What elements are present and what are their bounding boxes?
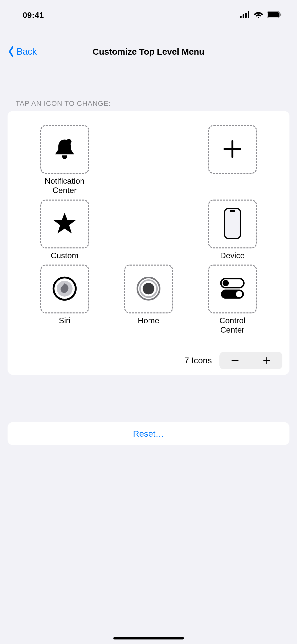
chevron-left-icon xyxy=(7,46,15,57)
back-label: Back xyxy=(17,46,37,57)
stepper-minus-button[interactable] xyxy=(219,352,251,369)
minus-icon xyxy=(231,357,239,365)
slot-notification-center[interactable]: Notification Center xyxy=(40,125,90,195)
svg-point-23 xyxy=(236,291,242,297)
svg-point-8 xyxy=(66,139,72,144)
reset-button[interactable]: Reset… xyxy=(8,422,289,445)
slot-control-center[interactable]: Control Center xyxy=(207,265,258,335)
svg-point-21 xyxy=(223,280,229,286)
svg-marker-11 xyxy=(53,213,76,234)
svg-point-4 xyxy=(258,17,259,18)
star-icon xyxy=(51,210,78,238)
home-indicator[interactable] xyxy=(113,637,184,639)
slot-custom[interactable]: Custom xyxy=(40,200,90,260)
icon-grid: Notification Center xyxy=(8,125,289,346)
svg-rect-14 xyxy=(230,210,235,212)
slot-label: Siri xyxy=(59,316,70,325)
bell-icon xyxy=(51,136,78,163)
svg-rect-1 xyxy=(243,14,244,18)
section-header: TAP AN ICON TO CHANGE: xyxy=(16,100,111,108)
svg-rect-3 xyxy=(248,11,249,18)
home-button-icon xyxy=(135,275,162,303)
battery-icon xyxy=(267,11,282,19)
icon-grid-card: Notification Center xyxy=(8,111,289,375)
iphone-icon xyxy=(223,207,242,241)
plus-icon xyxy=(263,357,271,365)
slot-device[interactable]: Device xyxy=(207,200,258,260)
siri-icon xyxy=(51,275,78,303)
icon-count-row: 7 Icons xyxy=(8,346,289,375)
slot-siri[interactable]: Siri xyxy=(40,265,90,335)
slot-label: Custom xyxy=(51,251,78,260)
toggles-icon xyxy=(218,277,247,302)
svg-rect-0 xyxy=(240,16,242,18)
slot-label: Device xyxy=(220,251,245,260)
nav-bar: Back Customize Top Level Menu xyxy=(0,40,297,63)
icon-count-stepper xyxy=(219,352,282,369)
wifi-icon xyxy=(254,11,263,19)
page-title: Customize Top Level Menu xyxy=(0,47,297,57)
svg-point-19 xyxy=(143,283,154,294)
slot-label: Notification Center xyxy=(40,176,90,195)
reset-label: Reset… xyxy=(133,429,164,439)
slot-add[interactable] xyxy=(207,125,258,195)
slot-label: Home xyxy=(138,316,159,325)
back-button[interactable]: Back xyxy=(7,46,37,57)
status-time: 09:41 xyxy=(23,11,44,20)
plus-icon xyxy=(219,136,246,163)
status-bar: 09:41 xyxy=(0,0,297,30)
svg-rect-7 xyxy=(280,13,281,16)
status-icons xyxy=(240,11,282,19)
slot-home[interactable]: Home xyxy=(123,265,174,335)
slot-label: Control Center xyxy=(207,316,258,335)
svg-rect-6 xyxy=(268,12,279,17)
stepper-plus-button[interactable] xyxy=(251,352,282,369)
cellular-icon xyxy=(240,11,250,19)
svg-rect-13 xyxy=(225,209,240,238)
icon-count-label: 7 Icons xyxy=(184,356,212,365)
svg-rect-2 xyxy=(245,13,247,18)
